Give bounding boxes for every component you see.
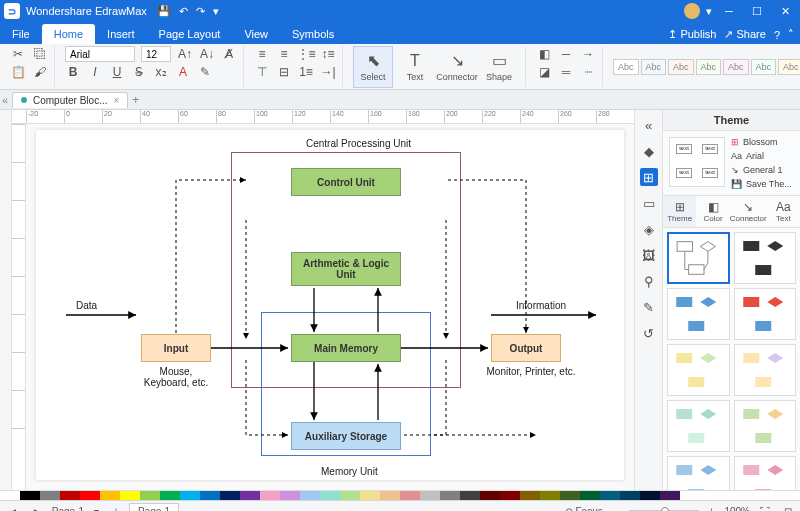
menu-insert[interactable]: Insert (95, 24, 147, 44)
close-button[interactable]: ✕ (774, 5, 796, 18)
bullets-icon[interactable]: ⋮≡ (298, 46, 314, 62)
qat-more-icon[interactable]: ▾ (213, 5, 219, 18)
maximize-button[interactable]: ☐ (746, 5, 768, 18)
focus-mode-button[interactable]: ⊙ Focus (565, 506, 603, 512)
italic-icon[interactable]: I (87, 64, 103, 80)
line-spacing-icon[interactable]: ↕≡ (320, 46, 336, 62)
fullscreen-icon[interactable]: ⊡ (780, 506, 796, 512)
minimize-button[interactable]: ─ (718, 5, 740, 17)
clear-format-icon[interactable]: A̸ (221, 46, 237, 62)
help-icon[interactable]: ? (774, 29, 780, 41)
page[interactable]: Central Processing Unit Control Unit Art… (36, 130, 624, 480)
theme-save-option[interactable]: 💾Save The... (731, 179, 794, 189)
theme-font-option[interactable]: AaArial (731, 151, 794, 161)
style-preset-2[interactable]: Abc (641, 59, 667, 75)
fill-icon[interactable]: ◧ (536, 46, 552, 62)
bold-icon[interactable]: B (65, 64, 81, 80)
color-strip[interactable] (0, 490, 800, 500)
alu-box[interactable]: Arthmetic & Logic Unit (291, 252, 401, 286)
aux-storage-box[interactable]: Auxiliary Storage (291, 422, 401, 450)
numbering-icon[interactable]: 1≡ (298, 64, 314, 80)
align-center-icon[interactable]: ≡ (276, 46, 292, 62)
theme-item[interactable] (734, 456, 797, 490)
zoom-level[interactable]: 100% (724, 506, 750, 512)
align-mid-icon[interactable]: ⊟ (276, 64, 292, 80)
menu-file[interactable]: File (0, 24, 42, 44)
theme-item[interactable] (667, 232, 730, 284)
add-page-icon[interactable]: + (109, 506, 123, 512)
subtab-text[interactable]: AaText (767, 196, 800, 227)
connector-tool[interactable]: ↘Connector (437, 46, 477, 88)
menu-view[interactable]: View (232, 24, 280, 44)
doc-tab[interactable]: Computer Bloc... × (12, 92, 128, 108)
menu-pagelayout[interactable]: Page Layout (147, 24, 233, 44)
style-preset-5[interactable]: Abc (723, 59, 749, 75)
theme-item[interactable] (667, 344, 730, 396)
strike-icon[interactable]: S̶ (131, 64, 147, 80)
shape-tool[interactable]: ▭Shape (479, 46, 519, 88)
align-left-icon[interactable]: ≡ (254, 46, 270, 62)
sidetool-link-icon[interactable]: ⚲ (640, 272, 658, 290)
canvas-area[interactable]: -200204060801001201401601802002202402602… (12, 110, 634, 490)
sidetool-format-icon[interactable]: ◆ (640, 142, 658, 160)
theme-item[interactable] (667, 288, 730, 340)
subtab-theme[interactable]: ⊞Theme (663, 196, 696, 227)
sidetool-layers-icon[interactable]: ◈ (640, 220, 658, 238)
menu-home[interactable]: Home (42, 24, 95, 44)
undo-icon[interactable]: ↶ (179, 5, 188, 18)
theme-item[interactable] (667, 400, 730, 452)
zoom-out-button[interactable]: − (609, 506, 623, 512)
align-top-icon[interactable]: ⊤ (254, 64, 270, 80)
underline-icon[interactable]: U (109, 64, 125, 80)
next-page-icon[interactable]: ► (28, 506, 46, 512)
sidetool-history-icon[interactable]: ↺ (640, 324, 658, 342)
dash-style-icon[interactable]: ┈ (580, 64, 596, 80)
copy-icon[interactable]: ⿻ (32, 46, 48, 62)
tab-strip-collapse-icon[interactable]: « (2, 94, 12, 106)
select-tool[interactable]: ⬉Select (353, 46, 393, 88)
theme-connector-option[interactable]: ↘General 1 (731, 165, 794, 175)
theme-item[interactable] (667, 456, 730, 490)
sidetool-page-icon[interactable]: ▭ (640, 194, 658, 212)
sidetool-properties-icon[interactable]: « (640, 116, 658, 134)
publish-button[interactable]: ↥ Publish (668, 28, 716, 41)
theme-item[interactable] (734, 288, 797, 340)
style-preset-1[interactable]: Abc (613, 59, 639, 75)
style-preset-3[interactable]: Abc (668, 59, 694, 75)
control-unit-box[interactable]: Control Unit (291, 168, 401, 196)
add-tab-button[interactable]: + (132, 93, 139, 107)
sidetool-theme-icon[interactable]: ⊞ (640, 168, 658, 186)
theme-item[interactable] (734, 344, 797, 396)
decrease-font-icon[interactable]: A↓ (199, 46, 215, 62)
style-preset-4[interactable]: Abc (696, 59, 722, 75)
collapse-ribbon-icon[interactable]: ˄ (788, 28, 794, 41)
subtab-color[interactable]: ◧Color (696, 196, 729, 227)
style-preset-6[interactable]: Abc (751, 59, 777, 75)
dropdown-icon[interactable]: ▾ (706, 5, 712, 18)
theme-color-option[interactable]: ⊞Blossom (731, 137, 794, 147)
share-button[interactable]: ↗ Share (724, 28, 765, 41)
menu-symbols[interactable]: Symbols (280, 24, 346, 44)
prev-page-icon[interactable]: ◄ (4, 506, 22, 512)
sidetool-image-icon[interactable]: 🖼 (640, 246, 658, 264)
subscript-icon[interactable]: x₂ (153, 64, 169, 80)
line-icon[interactable]: ─ (558, 46, 574, 62)
page-tab[interactable]: Page-1 (129, 503, 179, 511)
sidetool-comment-icon[interactable]: ✎ (640, 298, 658, 316)
main-memory-box[interactable]: Main Memory (291, 334, 401, 362)
input-box[interactable]: Input (141, 334, 211, 362)
arrow-style-icon[interactable]: → (580, 46, 596, 62)
redo-icon[interactable]: ↷ (196, 5, 205, 18)
zoom-in-button[interactable]: + (705, 506, 719, 512)
format-painter-icon[interactable]: 🖌 (32, 64, 48, 80)
page-dropdown-icon[interactable]: ▾ (90, 506, 103, 512)
theme-item[interactable] (734, 232, 797, 284)
output-box[interactable]: Output (491, 334, 561, 362)
subtab-connector[interactable]: ↘Connector (730, 196, 767, 227)
cut-icon[interactable]: ✂ (10, 46, 26, 62)
user-avatar[interactable] (684, 3, 700, 19)
close-tab-icon[interactable]: × (113, 95, 119, 106)
font-size-select[interactable] (141, 46, 171, 62)
fit-page-icon[interactable]: ⛶ (756, 506, 774, 512)
increase-font-icon[interactable]: A↑ (177, 46, 193, 62)
